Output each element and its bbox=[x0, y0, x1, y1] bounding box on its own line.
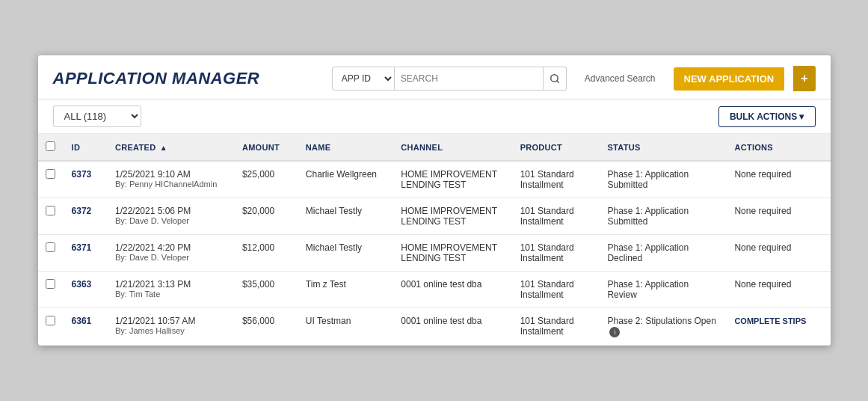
status-text: Phase 1: Application Submitted bbox=[607, 169, 689, 190]
table-row: 63611/21/2021 10:57 AMBy: James Hallisey… bbox=[38, 308, 831, 346]
row-checkbox[interactable] bbox=[46, 206, 55, 215]
row-name: Michael Testly bbox=[298, 235, 393, 272]
row-actions[interactable]: COMPLETE STIPS bbox=[727, 308, 830, 346]
row-status: Phase 1: Application Submitted bbox=[600, 198, 727, 235]
created-by: By: Dave D. Veloper bbox=[115, 216, 227, 225]
row-name: Charlie Wellgreen bbox=[298, 161, 393, 198]
application-manager-window: APPLICATION MANAGER APP ID NAME STATUS A… bbox=[38, 55, 831, 346]
row-channel: 0001 online test dba bbox=[393, 272, 512, 308]
toolbar: ALL (118) BULK ACTIONS ▾ bbox=[38, 100, 831, 134]
row-name: Michael Testly bbox=[298, 198, 393, 235]
row-checkbox-cell[interactable] bbox=[38, 161, 64, 198]
id-link[interactable]: 6361 bbox=[72, 316, 92, 326]
row-product: 101 Standard Installment bbox=[513, 272, 600, 308]
row-name: UI Testman bbox=[298, 308, 393, 346]
search-input[interactable] bbox=[394, 67, 544, 91]
bulk-actions-button[interactable]: BULK ACTIONS ▾ bbox=[718, 106, 816, 127]
col-header-product: PRODUCT bbox=[513, 134, 600, 161]
status-text: Phase 1: Application Declined bbox=[607, 242, 689, 263]
row-actions: None required bbox=[727, 272, 830, 308]
row-id[interactable]: 6363 bbox=[64, 272, 108, 308]
table-row: 63631/21/2021 3:13 PMBy: Tim Tate$35,000… bbox=[38, 272, 831, 308]
row-amount: $35,000 bbox=[235, 272, 298, 308]
complete-stips-link[interactable]: COMPLETE STIPS bbox=[734, 316, 806, 325]
row-created: 1/25/2021 9:10 AMBy: Penny HIChannelAdmi… bbox=[108, 161, 235, 198]
row-product: 101 Standard Installment bbox=[513, 235, 600, 272]
row-product: 101 Standard Installment bbox=[513, 308, 600, 346]
search-type-select[interactable]: APP ID NAME STATUS bbox=[332, 67, 394, 91]
id-link[interactable]: 6371 bbox=[72, 242, 92, 253]
row-id[interactable]: 6361 bbox=[64, 308, 108, 346]
row-product: 101 Standard Installment bbox=[513, 161, 600, 198]
table-body: 63731/25/2021 9:10 AMBy: Penny HIChannel… bbox=[38, 161, 831, 346]
svg-line-1 bbox=[557, 81, 559, 83]
row-actions: None required bbox=[727, 235, 830, 272]
search-area: APP ID NAME STATUS bbox=[332, 67, 567, 91]
select-all-checkbox-header[interactable] bbox=[38, 134, 64, 161]
row-checkbox-cell[interactable] bbox=[38, 198, 64, 235]
row-created: 1/21/2021 10:57 AMBy: James Hallisey bbox=[108, 308, 235, 346]
row-actions: None required bbox=[727, 198, 830, 235]
col-header-created[interactable]: CREATED ▲ bbox=[108, 134, 235, 161]
created-date: 1/22/2021 5:06 PM bbox=[115, 206, 227, 216]
table-row: 63731/25/2021 9:10 AMBy: Penny HIChannel… bbox=[38, 161, 831, 198]
row-amount: $20,000 bbox=[235, 198, 298, 235]
table-row: 63711/22/2021 4:20 PMBy: Dave D. Veloper… bbox=[38, 235, 831, 272]
id-link[interactable]: 6373 bbox=[72, 169, 92, 180]
created-by: By: Tim Tate bbox=[115, 290, 227, 299]
col-header-id: ID bbox=[64, 134, 108, 161]
created-by: By: Penny HIChannelAdmin bbox=[115, 180, 227, 189]
filter-select[interactable]: ALL (118) bbox=[53, 105, 141, 127]
new-application-plus-button[interactable]: + bbox=[793, 66, 815, 91]
created-date: 1/21/2021 3:13 PM bbox=[115, 279, 227, 290]
row-checkbox-cell[interactable] bbox=[38, 235, 64, 272]
table-header-row: ID CREATED ▲ AMOUNT NAME CHANNEL PRODUCT… bbox=[38, 134, 831, 161]
created-date: 1/21/2021 10:57 AM bbox=[115, 316, 227, 326]
select-all-checkbox[interactable] bbox=[46, 141, 55, 151]
row-created: 1/22/2021 4:20 PMBy: Dave D. Veloper bbox=[108, 235, 235, 272]
row-amount: $25,000 bbox=[235, 161, 298, 198]
row-id[interactable]: 6371 bbox=[64, 235, 108, 272]
row-checkbox-cell[interactable] bbox=[38, 308, 64, 346]
row-channel: 0001 online test dba bbox=[393, 308, 512, 346]
row-amount: $56,000 bbox=[235, 308, 298, 346]
row-created: 1/21/2021 3:13 PMBy: Tim Tate bbox=[108, 272, 235, 308]
created-by: By: James Hallisey bbox=[115, 326, 227, 335]
applications-table-container: ID CREATED ▲ AMOUNT NAME CHANNEL PRODUCT… bbox=[38, 134, 831, 346]
row-channel: HOME IMPROVEMENT LENDING TEST bbox=[393, 235, 512, 272]
row-checkbox-cell[interactable] bbox=[38, 272, 64, 308]
row-checkbox[interactable] bbox=[46, 169, 55, 179]
status-text: Phase 2: Stipulations Open bbox=[607, 316, 715, 326]
row-actions: None required bbox=[727, 161, 830, 198]
advanced-search-link[interactable]: Advanced Search bbox=[585, 73, 656, 84]
row-channel: HOME IMPROVEMENT LENDING TEST bbox=[393, 161, 512, 198]
new-application-button[interactable]: NEW APPLICATION bbox=[674, 67, 785, 91]
col-header-status: STATUS bbox=[600, 134, 727, 161]
row-checkbox[interactable] bbox=[46, 316, 55, 325]
created-date: 1/25/2021 9:10 AM bbox=[115, 169, 227, 180]
id-link[interactable]: 6363 bbox=[72, 279, 92, 290]
col-header-amount: AMOUNT bbox=[235, 134, 298, 161]
row-checkbox[interactable] bbox=[46, 279, 55, 289]
row-id[interactable]: 6372 bbox=[64, 198, 108, 235]
row-product: 101 Standard Installment bbox=[513, 198, 600, 235]
applications-table: ID CREATED ▲ AMOUNT NAME CHANNEL PRODUCT… bbox=[38, 134, 831, 346]
row-status: Phase 1: Application Review bbox=[600, 272, 727, 308]
row-status: Phase 1: Application Declined bbox=[600, 235, 727, 272]
row-status: Phase 1: Application Submitted bbox=[600, 161, 727, 198]
row-channel: HOME IMPROVEMENT LENDING TEST bbox=[393, 198, 512, 235]
col-header-name: NAME bbox=[298, 134, 393, 161]
row-id[interactable]: 6373 bbox=[64, 161, 108, 198]
row-checkbox[interactable] bbox=[46, 242, 55, 252]
app-title: APPLICATION MANAGER bbox=[53, 69, 260, 88]
table-row: 63721/22/2021 5:06 PMBy: Dave D. Veloper… bbox=[38, 198, 831, 235]
row-name: Tim z Test bbox=[298, 272, 393, 308]
row-status: Phase 2: Stipulations Open i bbox=[600, 308, 727, 346]
col-header-channel: CHANNEL bbox=[393, 134, 512, 161]
status-text: Phase 1: Application Review bbox=[607, 279, 689, 300]
id-link[interactable]: 6372 bbox=[72, 206, 92, 216]
search-button[interactable] bbox=[544, 67, 567, 91]
sort-arrow-created: ▲ bbox=[160, 144, 167, 152]
status-text: Phase 1: Application Submitted bbox=[607, 206, 689, 227]
info-icon[interactable]: i bbox=[609, 327, 620, 337]
